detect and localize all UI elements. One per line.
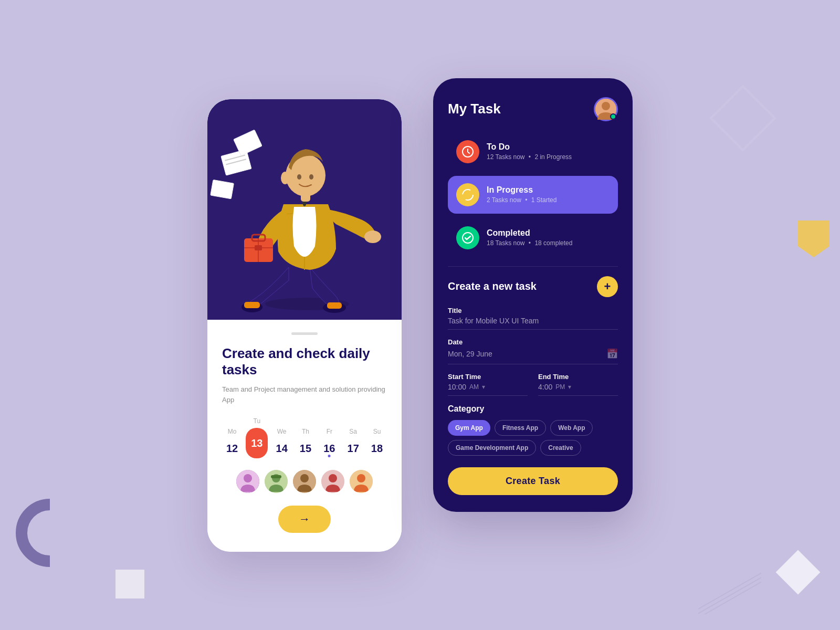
- bg-lines-decoration: [698, 572, 761, 614]
- bg-diamond2-decoration: [709, 85, 776, 151]
- svg-point-31: [300, 474, 309, 482]
- svg-rect-29: [271, 475, 281, 478]
- avatar-1: [236, 470, 259, 493]
- task-list: To Do 12 Tasks now • 2 in Progress: [448, 133, 618, 257]
- end-time-chevron: ▾: [568, 383, 571, 391]
- end-time-label: End Time: [538, 373, 618, 381]
- todo-info: To Do 12 Tasks now • 2 in Progress: [487, 142, 610, 161]
- time-row: Start Time 10:00 AM ▾ End Time 4:00 PM ▾: [448, 373, 618, 396]
- avatar-2: [265, 470, 288, 493]
- avatar-5: [350, 470, 373, 493]
- completed-info: Completed 18 Tasks now • 18 completed: [487, 228, 610, 247]
- todo-meta: 12 Tasks now • 2 in Progress: [487, 153, 610, 161]
- cal-day-tu[interactable]: Tu13: [246, 417, 268, 458]
- create-section-header: Create a new task +: [448, 276, 618, 297]
- svg-rect-11: [244, 302, 260, 308]
- category-tag-fitness-app[interactable]: Fitness App: [495, 420, 546, 436]
- svg-line-2: [698, 582, 761, 614]
- task-item-completed[interactable]: Completed 18 Tasks now • 18 completed: [448, 219, 618, 257]
- avatar-3: [293, 470, 316, 493]
- start-time-ampm: AM: [469, 383, 479, 391]
- right-phone: My Task: [433, 78, 633, 512]
- my-task-header: My Task: [448, 97, 618, 121]
- svg-point-33: [329, 474, 337, 482]
- cal-day-mo[interactable]: Mo12: [222, 428, 242, 458]
- completed-icon: [456, 226, 479, 249]
- cal-day-su[interactable]: Su18: [367, 428, 387, 458]
- svg-point-35: [357, 474, 365, 482]
- svg-point-23: [309, 174, 313, 180]
- category-tag-creative[interactable]: Creative: [540, 440, 581, 456]
- inprogress-name: In Progress: [487, 185, 610, 195]
- category-tag-game-development-app[interactable]: Game Development App: [448, 440, 536, 456]
- bg-rect-decoration: [116, 570, 144, 598]
- end-time-value[interactable]: 4:00 PM ▾: [538, 383, 618, 396]
- calendar-icon: 📅: [606, 348, 618, 360]
- category-tag-gym-app[interactable]: Gym App: [448, 420, 490, 436]
- arrow-button[interactable]: →: [278, 506, 331, 533]
- bg-arc-decoration: [16, 499, 84, 567]
- phones-container: Create and check daily tasks Team and Pr…: [207, 78, 633, 552]
- svg-point-22: [297, 174, 301, 180]
- running-man-illustration: [207, 99, 402, 320]
- completed-meta: 18 Tasks now • 18 completed: [487, 239, 610, 247]
- inprogress-info: In Progress 2 Tasks now • 1 Started: [487, 185, 610, 204]
- svg-rect-18: [255, 245, 262, 250]
- date-field: Date Mon, 29 June 📅: [448, 338, 618, 364]
- drag-handle: [291, 332, 318, 335]
- avatar-4: [321, 470, 344, 493]
- svg-line-1: [698, 578, 761, 614]
- my-task-title: My Task: [448, 101, 501, 117]
- left-phone-subtitle: Team and Project management and solution…: [222, 384, 387, 405]
- start-time-num: 10:00: [448, 383, 466, 391]
- category-tag-web-app[interactable]: Web App: [550, 420, 593, 436]
- inprogress-icon: [456, 183, 479, 206]
- svg-point-19: [364, 230, 381, 243]
- todo-icon: [456, 140, 479, 163]
- category-tags: Gym AppFitness AppWeb AppGame Developmen…: [448, 420, 618, 456]
- cal-day-sa[interactable]: Sa17: [343, 428, 363, 458]
- illustration-area: [207, 99, 402, 320]
- completed-name: Completed: [487, 228, 610, 238]
- svg-rect-13: [327, 302, 342, 309]
- plus-button[interactable]: +: [597, 276, 618, 297]
- create-task-button[interactable]: Create Task: [448, 467, 618, 495]
- start-time-chevron: ▾: [482, 383, 485, 391]
- profile-avatar[interactable]: [594, 97, 618, 121]
- calendar-week: Mo12Tu13We14Th15Fr16Sa17Su18: [222, 417, 387, 458]
- todo-name: To Do: [487, 142, 610, 152]
- title-field: Title Task for Mobile UX UI Team: [448, 307, 618, 330]
- svg-point-39: [463, 190, 473, 200]
- online-indicator: [610, 113, 616, 120]
- date-value[interactable]: Mon, 29 June 📅: [448, 348, 618, 364]
- create-section-title: Create a new task: [448, 280, 537, 292]
- start-time-value[interactable]: 10:00 AM ▾: [448, 383, 528, 396]
- start-time-label: Start Time: [448, 373, 528, 381]
- task-item-todo[interactable]: To Do 12 Tasks now • 2 in Progress: [448, 133, 618, 171]
- svg-point-26: [244, 474, 252, 482]
- bg-diamond-decoration: [776, 550, 821, 595]
- bg-yellow-decoration: [798, 220, 830, 257]
- end-time-num: 4:00: [538, 383, 552, 391]
- svg-point-37: [602, 102, 610, 110]
- cal-day-fr[interactable]: Fr16: [319, 428, 339, 458]
- left-phone-content: Create and check daily tasks Team and Pr…: [207, 320, 402, 552]
- start-time-field: Start Time 10:00 AM ▾: [448, 373, 528, 396]
- end-time-field: End Time 4:00 PM ▾: [538, 373, 618, 396]
- svg-rect-8: [211, 180, 234, 198]
- title-label: Title: [448, 307, 618, 314]
- left-phone-heading: Create and check daily tasks: [222, 345, 387, 378]
- section-divider: [448, 266, 618, 267]
- date-label: Date: [448, 338, 618, 346]
- avatars-row: [222, 470, 387, 493]
- svg-point-24: [281, 172, 289, 184]
- end-time-ampm: PM: [555, 383, 565, 391]
- svg-line-0: [698, 573, 761, 609]
- left-phone: Create and check daily tasks Team and Pr…: [207, 99, 402, 552]
- inprogress-meta: 2 Tasks now • 1 Started: [487, 196, 610, 204]
- task-item-inprogress[interactable]: In Progress 2 Tasks now • 1 Started: [448, 176, 618, 214]
- title-value[interactable]: Task for Mobile UX UI Team: [448, 317, 618, 330]
- cal-day-th[interactable]: Th15: [296, 428, 316, 458]
- category-title: Category: [448, 404, 618, 414]
- cal-day-we[interactable]: We14: [272, 428, 292, 458]
